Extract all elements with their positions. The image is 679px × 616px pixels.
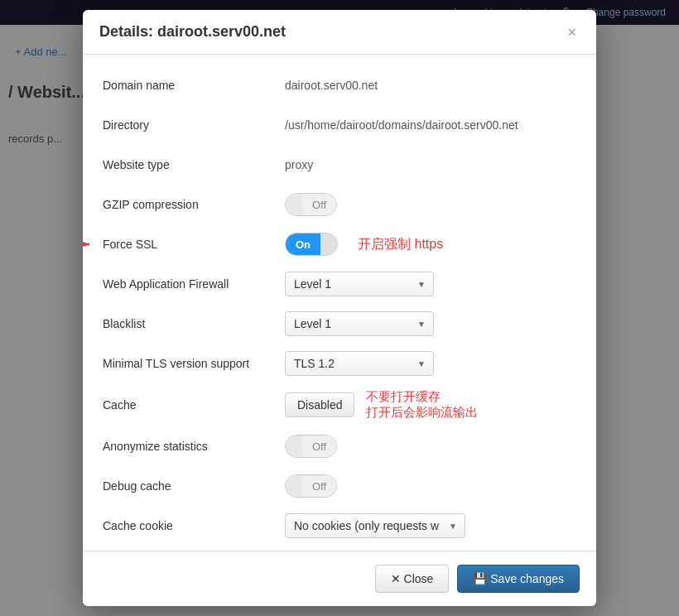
debug-cache-toggle-on <box>286 475 302 497</box>
modal-close-button[interactable]: × <box>564 25 580 40</box>
website-type-value: proxy <box>285 158 313 171</box>
tls-select-wrapper[interactable]: TLS 1.2 <box>285 351 434 376</box>
gzip-toggle-off-part: Off <box>302 194 336 215</box>
debug-cache-row: Debug cache Off <box>103 472 576 500</box>
force-ssl-toggle[interactable]: On <box>285 233 338 256</box>
website-type-label: Website type <box>103 158 285 171</box>
cache-cookie-label: Cache cookie <box>103 519 285 532</box>
blacklist-select[interactable]: Level 1 <box>285 311 434 336</box>
gzip-toggle[interactable]: Off <box>285 193 337 216</box>
blacklist-label: Blacklist <box>103 317 285 330</box>
debug-cache-label: Debug cache <box>103 479 285 493</box>
directory-value: /usr/home/dairoot/domains/dairoot.serv00… <box>285 118 518 132</box>
waf-label: Web Application Firewall <box>103 277 285 291</box>
cache-disabled-button[interactable]: Disabled <box>285 392 354 417</box>
debug-cache-toggle-off: Off <box>302 475 336 497</box>
tls-select[interactable]: TLS 1.2 <box>285 351 434 376</box>
domain-name-row: Domain name dairoot.serv00.net <box>103 71 576 99</box>
cache-cookie-row: Cache cookie No cookies (only requests w <box>103 512 576 540</box>
modal-title: Details: dairoot.serv00.net <box>99 23 286 41</box>
anonymize-toggle-on <box>286 436 302 457</box>
gzip-toggle-on-part <box>286 194 302 215</box>
save-changes-button[interactable]: 💾 Save changes <box>457 565 580 593</box>
force-ssl-row: Force SSL On 开启强制 https <box>103 230 576 258</box>
waf-row: Web Application Firewall Level 1 <box>103 270 576 298</box>
blacklist-row: Blacklist Level 1 <box>103 310 576 338</box>
cache-label: Cache <box>103 398 285 411</box>
waf-select[interactable]: Level 1 <box>285 272 434 296</box>
close-button[interactable]: ✕ Close <box>375 565 450 593</box>
force-ssl-off-part <box>320 233 337 255</box>
domain-name-value: dairoot.serv00.net <box>285 79 378 92</box>
directory-label: Directory <box>103 118 285 132</box>
red-arrow-icon <box>83 236 96 253</box>
modal-backdrop: Details: dairoot.serv00.net × Domain nam… <box>0 0 679 616</box>
modal-footer: ✕ Close 💾 Save changes <box>83 551 596 606</box>
gzip-toggle-switch[interactable]: Off <box>285 193 337 216</box>
force-ssl-label: Force SSL <box>103 238 285 251</box>
cache-row: Cache Disabled 不要打开缓存 打开后会影响流输出 <box>103 389 576 421</box>
waf-select-wrapper[interactable]: Level 1 <box>285 272 434 296</box>
cache-cookie-select-wrapper[interactable]: No cookies (only requests w <box>285 513 465 538</box>
modal-header: Details: dairoot.serv00.net × <box>83 10 596 55</box>
domain-name-label: Domain name <box>103 79 285 92</box>
website-type-row: Website type proxy <box>103 151 576 179</box>
cache-cookie-select[interactable]: No cookies (only requests w <box>285 513 465 538</box>
anonymize-toggle[interactable]: Off <box>285 435 337 458</box>
tls-row: Minimal TLS version support TLS 1.2 <box>103 349 576 378</box>
modal-body: Domain name dairoot.serv00.net Directory… <box>83 55 596 551</box>
force-ssl-toggle-container: On 开启强制 https <box>285 233 443 256</box>
cache-annotation-line1: 不要打开缓存 <box>366 389 478 405</box>
modal-dialog: Details: dairoot.serv00.net × Domain nam… <box>83 10 596 606</box>
force-ssl-on-part: On <box>286 233 320 255</box>
force-ssl-annotation: 开启强制 https <box>358 236 443 253</box>
blacklist-select-wrapper[interactable]: Level 1 <box>285 311 434 336</box>
anonymize-row: Anonymize statistics Off <box>103 432 576 460</box>
anonymize-label: Anonymize statistics <box>103 440 285 453</box>
tls-label: Minimal TLS version support <box>103 357 285 370</box>
cache-control: Disabled 不要打开缓存 打开后会影响流输出 <box>285 389 478 421</box>
directory-row: Directory /usr/home/dairoot/domains/dair… <box>103 111 576 139</box>
gzip-row: GZIP compression Off <box>103 190 576 219</box>
gzip-label: GZIP compression <box>103 198 285 211</box>
anonymize-toggle-off: Off <box>302 436 336 457</box>
cache-annotation: 不要打开缓存 打开后会影响流输出 <box>366 389 478 421</box>
cache-annotation-line2: 打开后会影响流输出 <box>366 405 478 421</box>
debug-cache-toggle[interactable]: Off <box>285 474 337 498</box>
